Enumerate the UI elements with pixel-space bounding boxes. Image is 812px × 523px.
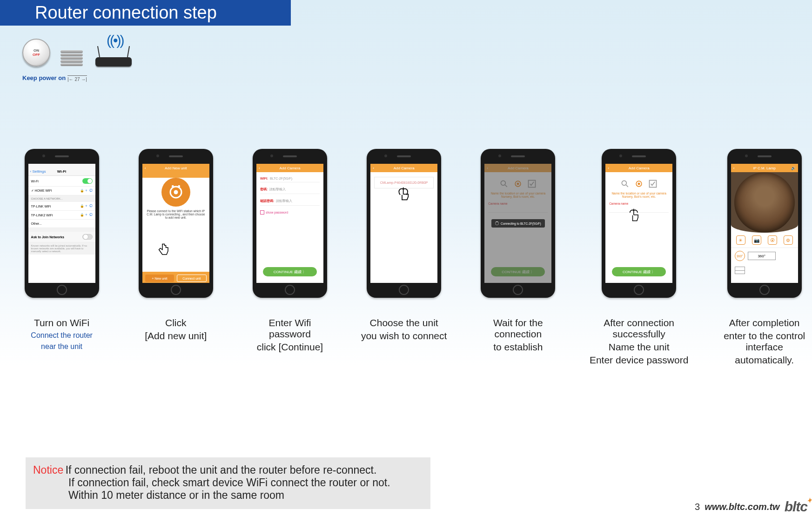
screen-title: Add New unit (165, 166, 187, 170)
screen-wifi-password: ‹Add Camera WIFI: BLTC-2F(5G/F) 密碼: 請點擊輸… (256, 164, 323, 283)
record-button[interactable]: ⦿ (768, 235, 777, 245)
step-6: ‹Add Camera Name the location or use of … (589, 149, 689, 366)
step1-caption-2: Connect the router (31, 331, 93, 340)
step3-caption-1: Enter Wifi password (247, 317, 333, 340)
tap-hand-icon (396, 186, 411, 205)
connecting-status: Connecting to BLTC-2F(5G/F) (491, 219, 545, 228)
snapshot-button[interactable]: 📷 (752, 235, 761, 245)
camera-video-view[interactable] (731, 172, 798, 233)
socket-dimension: |← 27 →| (67, 75, 87, 82)
screen-connecting: ‹Add Camera Name the location or use of … (484, 164, 551, 283)
step4-caption-1: Choose the unit (361, 317, 447, 329)
step2-caption-2: [Add new unit] (145, 330, 207, 342)
cam-icon (634, 179, 644, 189)
step7-caption-2: enter to the control interface (717, 330, 812, 353)
back-icon[interactable]: ‹ (259, 166, 260, 170)
step7-caption-1: After completion (717, 317, 812, 329)
continue-button[interactable]: CONTINUE 繼續 〉 (263, 267, 317, 276)
step4-caption-2: you wish to connect (361, 330, 447, 342)
wifi-connected-row[interactable]: ✓ HOME WiFi 🔒 ᯤ ⓘ (28, 187, 95, 195)
step6-caption-2: Name the unit (589, 342, 689, 353)
view-360-icon[interactable]: 360° (735, 251, 745, 261)
check-icon (648, 179, 658, 189)
hardware-icons: ON OFF ((•)) (22, 36, 134, 67)
choose-network-label: CHOOSE A NETWORK... (28, 195, 95, 202)
camera-name-input[interactable] (609, 206, 669, 213)
step5-caption-1: Wait for the connection (475, 317, 561, 340)
view-360-label[interactable]: 360° (748, 252, 776, 260)
screen-title: Add Camera (394, 166, 415, 170)
svg-rect-2 (172, 185, 174, 188)
page-title-bar: Router connection step (0, 0, 291, 26)
camera-name-label: Camera name (605, 198, 672, 206)
steps-row: ‹ Settings Wi-Fi Wi-Fi ✓ HOME WiFi 🔒 ᯤ ⓘ… (19, 149, 812, 366)
continue-button[interactable]: CONTINUE 繼續 〉 (612, 267, 666, 276)
ask-join-label: Ask to Join Networks (31, 235, 64, 239)
svg-point-9 (622, 181, 626, 185)
split-view-icon[interactable] (735, 267, 745, 274)
ask-join-toggle[interactable] (82, 234, 93, 240)
footer-url: www.bltc.com.tw (705, 502, 780, 512)
notice-line-1: If connection fail, reboot the unit and … (66, 464, 377, 476)
unit-option[interactable]: CMLamp-P46408160120-0RB0P (374, 177, 434, 188)
step-4: ‹Add Camera CMLamp-P46408160120-0RB0P Ch… (361, 149, 447, 366)
screen-wifi-settings: ‹ Settings Wi-Fi Wi-Fi ✓ HOME WiFi 🔒 ᯤ ⓘ… (28, 164, 95, 283)
step3-caption-2: click [Continue] (247, 342, 333, 353)
notice-line-2: If connection fail, check smart device W… (68, 476, 423, 489)
show-password-checkbox[interactable]: show password (260, 210, 320, 215)
wifi-toggle[interactable] (82, 178, 93, 184)
new-unit-button[interactable]: + New unit (145, 275, 174, 282)
camera-graphic-icon (161, 178, 190, 207)
notice-box: Notice If connection fail, reboot the un… (26, 457, 430, 509)
wifi-other[interactable]: Other... (28, 220, 95, 228)
back-icon[interactable]: ‹ (373, 166, 374, 170)
step-5: ‹Add Camera Name the location or use of … (475, 149, 561, 366)
back-icon[interactable]: ‹ (145, 166, 146, 170)
step6-caption-3: Enter device password (589, 355, 689, 366)
brightness-button[interactable]: ☀ (736, 235, 745, 245)
brand-logo: bltc✦ (785, 499, 807, 515)
settings-button[interactable]: ⚙ (784, 235, 793, 245)
back-link[interactable]: ‹ Settings (30, 169, 46, 174)
confirm-password-field[interactable]: 確認密碼: 請點擊輸入 (256, 194, 323, 205)
back-icon[interactable]: ‹ (733, 166, 735, 170)
wifi-option-2[interactable]: TP-LINK2 WiFi🔒 ᯤ ⓘ (28, 211, 95, 220)
wifi-waves-icon: ((•)) (107, 33, 123, 48)
screen-name-unit: ‹Add Camera Name the location or use of … (605, 164, 672, 283)
page-title: Router connection step (35, 3, 217, 23)
notice-line-3: Within 10 meter distance or in the same … (68, 489, 423, 502)
password-field[interactable]: 密碼: 請點擊輸入 (256, 182, 323, 194)
step1-caption-1: Turn on WiFi (31, 317, 93, 329)
notice-label: Notice (33, 464, 63, 476)
screen-control-interface: ‹IP C.M. Lamp🔊 ☀ 📷 ⦿ ⚙ 360° 360° (731, 164, 798, 283)
search-cam-icon (620, 179, 630, 189)
svg-rect-3 (178, 185, 180, 188)
screen-choose-unit: ‹Add Camera CMLamp-P46408160120-0RB0P (370, 164, 437, 283)
step-1: ‹ Settings Wi-Fi Wi-Fi ✓ HOME WiFi 🔒 ᯤ ⓘ… (19, 149, 105, 366)
page-number: 3 (695, 502, 700, 512)
nav-title: Wi-Fi (57, 169, 66, 174)
screen-add-unit: ‹Add New unit Please connect to the WiFi… (142, 164, 209, 283)
svg-point-12 (638, 183, 640, 185)
page-footer: 3 www.bltc.com.tw bltc✦ (695, 499, 807, 515)
step7-caption-3: automatically. (717, 355, 812, 366)
back-icon[interactable]: ‹ (608, 166, 609, 170)
tap-hand-icon (155, 242, 172, 259)
bulb-socket-icon (59, 41, 84, 67)
step5-caption-2: to establish (475, 342, 561, 353)
ask-join-note: Known networks will be joined automatica… (28, 242, 95, 255)
instruction-text: Please connect to the WiFi station which… (142, 209, 209, 222)
connecting-overlay: Connecting to BLTC-2F(5G/F) (484, 164, 551, 283)
off-label: OFF (33, 53, 40, 57)
svg-point-1 (174, 190, 178, 194)
wifi-option-1[interactable]: TP-LINK WiFi🔒 ᯤ ⓘ (28, 202, 95, 211)
step1-caption-3: near the unit (31, 342, 93, 351)
step-7: ‹IP C.M. Lamp🔊 ☀ 📷 ⦿ ⚙ 360° 360° A (717, 149, 812, 366)
step2-caption-1: Click (145, 317, 207, 329)
connect-unit-button[interactable]: Connect unit (177, 275, 207, 282)
wifi-name-value: BLTC-2F(5G/F) (270, 177, 292, 180)
wifi-toggle-label: Wi-Fi (31, 180, 39, 183)
screen-title: IP C.M. Lamp (753, 166, 776, 170)
speaker-icon[interactable]: 🔊 (791, 166, 796, 170)
keep-power-label: Keep power on (22, 74, 66, 81)
